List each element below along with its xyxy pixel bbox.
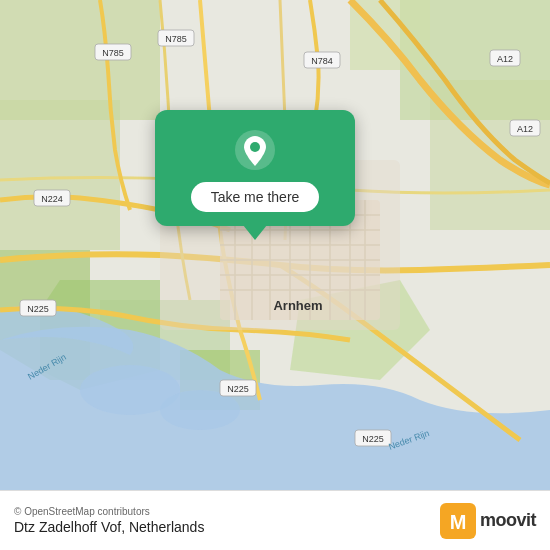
footer-bar: © OpenStreetMap contributors Dtz Zadelho…: [0, 490, 550, 550]
moovit-text: moovit: [480, 510, 536, 531]
map-container: N785 N784 N785 A12 A12 N224 N225 N225 N2…: [0, 0, 550, 490]
map-background: N785 N784 N785 A12 A12 N224 N225 N225 N2…: [0, 0, 550, 490]
svg-text:Arnhem: Arnhem: [273, 298, 322, 313]
svg-text:N224: N224: [41, 194, 63, 204]
footer-left: © OpenStreetMap contributors Dtz Zadelho…: [14, 506, 204, 535]
svg-text:N225: N225: [227, 384, 249, 394]
svg-rect-2: [0, 100, 120, 250]
svg-text:N784: N784: [311, 56, 333, 66]
svg-text:N785: N785: [165, 34, 187, 44]
popup-card: Take me there: [155, 110, 355, 226]
take-me-there-button[interactable]: Take me there: [191, 182, 320, 212]
location-pin-icon: [233, 128, 277, 172]
svg-text:A12: A12: [497, 54, 513, 64]
svg-text:N225: N225: [362, 434, 384, 444]
svg-text:M: M: [450, 511, 467, 533]
location-name: Dtz Zadelhoff Vof, Netherlands: [14, 519, 204, 535]
moovit-logo: M moovit: [440, 503, 536, 539]
map-attribution: © OpenStreetMap contributors: [14, 506, 204, 517]
svg-text:N225: N225: [27, 304, 49, 314]
svg-text:N785: N785: [102, 48, 124, 58]
svg-text:A12: A12: [517, 124, 533, 134]
svg-point-51: [250, 142, 260, 152]
moovit-m-icon: M: [440, 503, 476, 539]
